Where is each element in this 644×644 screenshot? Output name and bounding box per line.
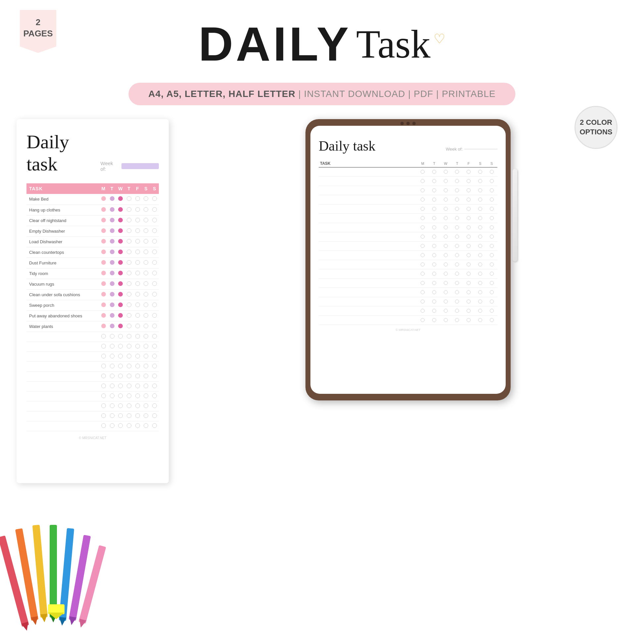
dot bbox=[101, 218, 106, 222]
dot bbox=[118, 344, 123, 348]
dot bbox=[421, 272, 425, 276]
dot bbox=[478, 253, 482, 257]
dot bbox=[444, 299, 448, 303]
dot bbox=[110, 364, 115, 368]
table-row bbox=[319, 306, 497, 316]
heart-icon: ♡ bbox=[434, 31, 445, 46]
dot bbox=[118, 271, 123, 275]
col-m: M bbox=[99, 183, 108, 194]
task-table-header: TASK M T W T F S S bbox=[26, 183, 159, 194]
col-w: W bbox=[440, 160, 451, 167]
col-t1: T bbox=[429, 160, 440, 167]
dot bbox=[152, 354, 157, 358]
dot bbox=[118, 403, 123, 408]
tablet-footer: © MRSNICAT.NET bbox=[319, 328, 497, 332]
dot bbox=[444, 188, 448, 192]
dot bbox=[444, 318, 448, 322]
table-row bbox=[319, 214, 497, 223]
dot bbox=[432, 225, 436, 229]
task-name bbox=[319, 297, 417, 306]
task-name bbox=[319, 232, 417, 242]
dot bbox=[152, 393, 157, 398]
dot bbox=[490, 225, 494, 229]
table-row bbox=[26, 371, 159, 381]
table-row bbox=[319, 297, 497, 306]
dot bbox=[421, 262, 425, 266]
dot bbox=[127, 403, 131, 408]
dot bbox=[110, 334, 115, 339]
dot bbox=[110, 423, 115, 428]
dot bbox=[127, 384, 131, 388]
dot bbox=[467, 309, 471, 313]
tablet-device: Daily task Week of: TASK M T W T bbox=[305, 119, 511, 400]
dot bbox=[118, 302, 123, 307]
task-name: Water plants bbox=[26, 321, 99, 332]
table-row bbox=[319, 186, 497, 195]
table-row: Clear off nightstand bbox=[26, 215, 159, 226]
col-s2: S bbox=[486, 160, 497, 167]
task-name bbox=[319, 242, 417, 251]
col-t1: T bbox=[108, 183, 116, 194]
dot bbox=[478, 262, 482, 266]
dot bbox=[467, 262, 471, 266]
table-row bbox=[319, 316, 497, 325]
dot bbox=[152, 281, 157, 286]
table-row: Dust Furniture bbox=[26, 257, 159, 268]
dot bbox=[144, 250, 148, 254]
dot bbox=[135, 413, 140, 418]
dot bbox=[127, 302, 131, 307]
tablet-container: Daily task Week of: TASK M T W T bbox=[189, 119, 627, 400]
dot bbox=[127, 281, 131, 286]
dot bbox=[444, 290, 448, 294]
dot bbox=[144, 218, 148, 222]
dot bbox=[144, 374, 148, 378]
task-name bbox=[26, 361, 99, 371]
dot bbox=[467, 272, 471, 276]
task-name bbox=[319, 288, 417, 297]
page-footer: © MRSNICAT.NET bbox=[26, 436, 159, 440]
table-row bbox=[319, 279, 497, 288]
col-s2: S bbox=[150, 183, 159, 194]
dot bbox=[467, 290, 471, 294]
dot bbox=[144, 384, 148, 388]
dot bbox=[101, 334, 106, 339]
table-row bbox=[319, 223, 497, 232]
dot bbox=[421, 253, 425, 257]
dot bbox=[118, 374, 123, 378]
tablet-task-table: TASK M T W T F S S bbox=[319, 160, 497, 325]
dot bbox=[444, 309, 448, 313]
dot bbox=[432, 170, 436, 174]
task-name bbox=[319, 177, 417, 186]
dot bbox=[152, 324, 157, 328]
dot bbox=[490, 299, 494, 303]
dot bbox=[490, 188, 494, 192]
dot bbox=[118, 324, 123, 328]
dot bbox=[478, 244, 482, 248]
camera-dot-3 bbox=[412, 122, 416, 125]
dot bbox=[467, 188, 471, 192]
dot bbox=[110, 354, 115, 358]
dot bbox=[152, 196, 157, 201]
dot bbox=[144, 271, 148, 275]
dot bbox=[118, 228, 123, 233]
dot bbox=[144, 207, 148, 212]
dot bbox=[110, 374, 115, 378]
dot bbox=[144, 228, 148, 233]
dot bbox=[152, 313, 157, 318]
dot bbox=[118, 413, 123, 418]
tablet-screen: Daily task Week of: TASK M T W T bbox=[310, 126, 506, 394]
dot bbox=[152, 207, 157, 212]
dot bbox=[101, 196, 106, 201]
pens-svg bbox=[0, 518, 126, 644]
dot bbox=[144, 302, 148, 307]
dot bbox=[455, 207, 459, 211]
col-m: M bbox=[417, 160, 429, 167]
dot bbox=[421, 198, 425, 202]
dot bbox=[101, 260, 106, 265]
dot bbox=[432, 253, 436, 257]
dot bbox=[432, 318, 436, 322]
table-row: Sweep porch bbox=[26, 300, 159, 310]
dot bbox=[467, 198, 471, 202]
dot bbox=[455, 179, 459, 183]
table-row bbox=[319, 177, 497, 186]
